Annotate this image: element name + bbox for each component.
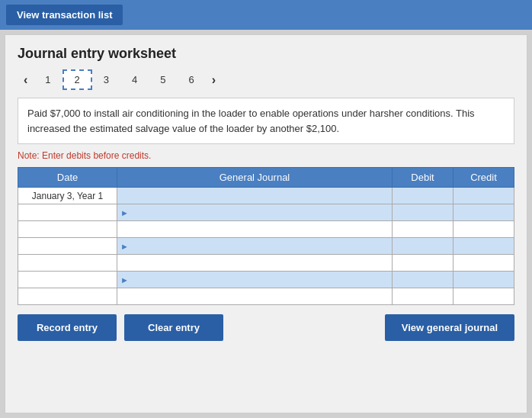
date-cell-2 [18, 204, 117, 221]
credit-input-6[interactable] [453, 272, 514, 288]
debit-input-1[interactable] [393, 188, 453, 204]
tab-6[interactable]: 6 [178, 70, 206, 89]
table-row: ► [18, 272, 514, 288]
tabs-row: ‹ 1 2 3 4 5 6 › [18, 69, 514, 90]
col-header-debit: Debit [393, 168, 453, 188]
journal-input-cell-5[interactable] [117, 255, 393, 272]
journal-input-7[interactable] [117, 288, 392, 304]
table-row: ► [18, 238, 514, 255]
journal-input-3[interactable] [117, 221, 392, 237]
arrow-icon: ► [117, 242, 129, 251]
debit-input-cell-2[interactable] [393, 204, 453, 221]
arrow-icon: ► [117, 208, 129, 217]
tab-next-button[interactable]: › [206, 72, 222, 88]
credit-input-3[interactable] [453, 221, 514, 237]
description-box: Paid $7,000 to install air conditioning … [18, 98, 514, 144]
view-transaction-button[interactable]: View transaction list [6, 5, 123, 25]
journal-input-5[interactable] [117, 255, 392, 271]
journal-input-cell-6[interactable]: ► [117, 272, 393, 288]
main-panel: Journal entry worksheet ‹ 1 2 3 4 5 6 › … [5, 34, 527, 413]
credit-input-cell-2[interactable] [453, 204, 514, 221]
date-cell-7 [18, 288, 117, 305]
debit-input-3[interactable] [393, 221, 453, 237]
journal-input-6[interactable] [129, 272, 391, 288]
arrow-icon: ► [117, 275, 129, 285]
journal-input-cell-7[interactable] [117, 288, 393, 305]
table-row [18, 221, 514, 238]
table-row: January 3, Year 1 [18, 188, 514, 204]
clear-entry-button[interactable]: Clear entry [124, 314, 223, 341]
tab-3[interactable]: 3 [92, 70, 120, 89]
date-cell-1: January 3, Year 1 [18, 188, 117, 204]
debit-input-6[interactable] [393, 272, 453, 288]
view-general-journal-button[interactable]: View general journal [385, 314, 514, 341]
credit-input-cell-5[interactable] [453, 255, 514, 272]
debit-input-4[interactable] [393, 238, 453, 254]
debit-input-7[interactable] [393, 288, 453, 304]
debit-input-cell-6[interactable] [393, 272, 453, 288]
credit-input-cell-6[interactable] [453, 272, 514, 288]
debit-input-cell-7[interactable] [393, 288, 453, 305]
journal-input-4[interactable] [129, 238, 391, 254]
record-entry-button[interactable]: Record entry [18, 314, 117, 341]
col-header-credit: Credit [453, 168, 514, 188]
credit-input-7[interactable] [453, 288, 514, 304]
date-cell-5 [18, 255, 117, 272]
journal-input-1[interactable] [117, 188, 392, 204]
credit-input-cell-4[interactable] [453, 238, 514, 255]
tab-2[interactable]: 2 [62, 69, 92, 90]
tab-prev-button[interactable]: ‹ [18, 72, 34, 88]
panel-title: Journal entry worksheet [18, 46, 514, 62]
credit-input-cell-7[interactable] [453, 288, 514, 305]
credit-input-5[interactable] [453, 255, 514, 271]
tab-4[interactable]: 4 [120, 70, 149, 89]
journal-input-2[interactable] [129, 204, 391, 220]
credit-input-4[interactable] [453, 238, 514, 254]
journal-input-cell-4[interactable]: ► [117, 238, 393, 255]
table-row [18, 255, 514, 272]
credit-input-cell-1[interactable] [453, 188, 514, 204]
debit-input-cell-5[interactable] [393, 255, 453, 272]
tab-5[interactable]: 5 [149, 70, 177, 89]
debit-input-cell-1[interactable] [393, 188, 453, 204]
top-bar: View transaction list [0, 0, 532, 30]
table-row: ► [18, 204, 514, 221]
date-cell-4 [18, 238, 117, 255]
table-row [18, 288, 514, 305]
col-header-journal: General Journal [117, 168, 393, 188]
debit-input-5[interactable] [393, 255, 453, 271]
note-text: Note: Enter debits before credits. [18, 150, 514, 161]
col-header-date: Date [18, 168, 117, 188]
date-cell-6 [18, 272, 117, 288]
debit-input-cell-4[interactable] [393, 238, 453, 255]
credit-input-1[interactable] [453, 188, 514, 204]
credit-input-cell-3[interactable] [453, 221, 514, 238]
journal-input-cell-2[interactable]: ► [117, 204, 393, 221]
date-cell-3 [18, 221, 117, 238]
credit-input-2[interactable] [453, 204, 514, 220]
debit-input-cell-3[interactable] [393, 221, 453, 238]
journal-input-cell-3[interactable] [117, 221, 393, 238]
tab-1[interactable]: 1 [34, 70, 62, 89]
debit-input-2[interactable] [393, 204, 453, 220]
buttons-row: Record entry Clear entry View general jo… [18, 314, 514, 341]
journal-table: Date General Journal Debit Credit Januar… [18, 167, 514, 305]
journal-input-cell-1[interactable] [117, 188, 393, 204]
